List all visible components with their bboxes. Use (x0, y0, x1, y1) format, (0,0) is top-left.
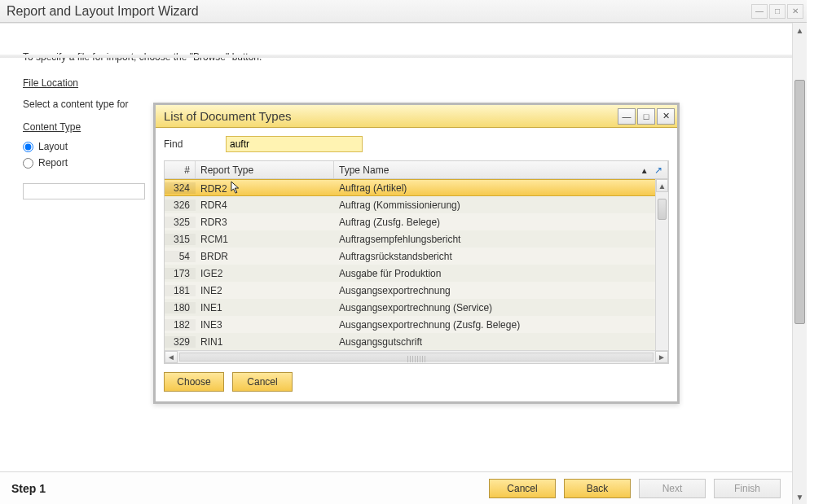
wizard-titlebar: Report and Layout Import Wizard — □ ✕ (0, 0, 807, 23)
scroll-up-icon[interactable]: ▲ (793, 23, 807, 37)
dialog-titlebar: List of Document Types — □ ✕ (156, 105, 677, 128)
cell-number: 181 (165, 285, 196, 296)
table-row[interactable]: 324RDR2Auftrag (Artikel) (165, 179, 668, 196)
wizard-footer: Step 1 Cancel Back Next Finish (0, 471, 792, 504)
scroll-thumb[interactable] (794, 80, 805, 324)
col-type-name-label: Type Name (339, 164, 389, 176)
cell-report-type: INE2 (196, 285, 334, 296)
minimize-button[interactable]: — (751, 4, 768, 19)
document-types-dialog: List of Document Types — □ ✕ Find # Repo… (153, 103, 680, 404)
select-content-label: Select a content type for (23, 99, 161, 110)
table-vertical-scrollbar[interactable]: ▲ ▼ (655, 179, 668, 363)
cell-number: 326 (165, 199, 196, 211)
table-scroll-left-icon[interactable]: ◄ (165, 351, 178, 363)
radio-layout-label: Layout (38, 141, 68, 152)
wizard-scrollbar[interactable]: ▲ ▼ (792, 23, 807, 504)
cell-report-type: IGE2 (196, 268, 334, 279)
cell-report-type: BRDR (196, 251, 334, 262)
truncated-input-strip (23, 183, 145, 199)
cell-number: 315 (165, 234, 196, 245)
table-row[interactable]: 181INE2Ausgangsexportrechnung (165, 282, 668, 299)
wizard-title: Report and Layout Import Wizard (7, 4, 750, 19)
grip-icon (407, 356, 425, 362)
table-row[interactable]: 180INE1Ausgangsexportrechnung (Service) (165, 299, 668, 316)
next-button[interactable]: Next (639, 479, 706, 498)
cancel-button[interactable]: Cancel (489, 479, 556, 498)
cell-type-name: Auftrag (Kommissionierung) (334, 199, 668, 211)
table-header: # Report Type Type Name ▲ ↗ (165, 161, 668, 179)
radio-report-label: Report (38, 157, 68, 169)
cell-report-type: RDR4 (196, 199, 334, 211)
col-report-type[interactable]: Report Type (196, 161, 334, 178)
dialog-actions: Choose Cancel (164, 372, 669, 392)
cell-type-name: Auftragsrückstandsbericht (334, 251, 668, 262)
dialog-title: List of Document Types (164, 109, 616, 123)
table-row[interactable]: 315RCM1Auftragsempfehlungsbericht (165, 230, 668, 248)
cell-type-name: Ausgangsexportrechnung (Service) (334, 302, 668, 313)
choose-button[interactable]: Choose (164, 372, 224, 392)
cell-report-type: RDR3 (196, 217, 334, 228)
table-hscroll-track[interactable] (179, 353, 654, 362)
cell-number: 180 (165, 302, 196, 313)
scroll-down-icon[interactable]: ▼ (793, 489, 807, 504)
cell-number: 329 (165, 336, 196, 348)
finish-button[interactable]: Finish (714, 479, 781, 498)
instruction-text: To specify a file for import, choose the… (23, 51, 790, 63)
table-body: 324RDR2Auftrag (Artikel)326RDR4Auftrag (… (165, 179, 668, 350)
document-types-table: # Report Type Type Name ▲ ↗ 324RDR2Auftr… (164, 160, 669, 364)
table-row[interactable]: 325RDR3Auftrag (Zusfg. Belege) (165, 213, 668, 230)
table-row[interactable]: 182INE3Ausgangsexportrechnung (Zusfg. Be… (165, 316, 668, 333)
dialog-body: Find # Report Type Type Name ▲ ↗ 324RDR2… (156, 128, 677, 401)
table-scroll-thumb[interactable] (658, 199, 667, 220)
cell-number: 325 (165, 217, 196, 228)
dialog-maximize-button[interactable]: □ (637, 108, 655, 125)
cell-type-name: Ausgabe für Produktion (334, 268, 668, 279)
find-label: Find (164, 138, 226, 150)
dialog-cancel-button[interactable]: Cancel (232, 372, 293, 392)
dialog-close-button[interactable]: ✕ (657, 108, 675, 125)
cell-report-type: RCM1 (196, 234, 334, 245)
find-row: Find (164, 136, 669, 152)
cell-type-name: Ausgangsexportrechnung (Zusfg. Belege) (334, 319, 668, 331)
cell-number: 54 (165, 251, 196, 262)
find-input[interactable] (226, 136, 363, 152)
table-row[interactable]: 173IGE2Ausgabe für Produktion (165, 265, 668, 282)
dialog-minimize-button[interactable]: — (618, 108, 636, 125)
col-number[interactable]: # (165, 161, 196, 178)
cell-type-name: Auftrag (Zusfg. Belege) (334, 217, 668, 228)
close-button[interactable]: ✕ (787, 4, 803, 19)
col-type-name[interactable]: Type Name ▲ ↗ (334, 161, 668, 178)
cell-type-name: Auftragsempfehlungsbericht (334, 234, 668, 245)
cell-report-type: INE1 (196, 302, 334, 313)
table-row[interactable]: 329RIN1Ausgangsgutschrift (165, 333, 668, 350)
step-label: Step 1 (11, 482, 46, 495)
cell-number: 173 (165, 268, 196, 279)
file-location-row: File Location (23, 77, 790, 89)
sort-asc-icon: ▲ (640, 166, 649, 175)
cell-type-name: Ausgangsexportrechnung (334, 285, 668, 296)
cell-report-type: RIN1 (196, 336, 334, 348)
cell-report-type: INE3 (196, 319, 334, 331)
file-location-label: File Location (23, 77, 161, 89)
table-scroll-right-icon[interactable]: ► (655, 351, 668, 363)
back-button[interactable]: Back (564, 479, 631, 498)
cell-type-name: Ausgangsgutschrift (334, 336, 668, 348)
cell-number: 324 (165, 182, 196, 194)
radio-layout-input[interactable] (23, 142, 33, 152)
cell-report-type: RDR2 (196, 181, 334, 195)
radio-report-input[interactable] (23, 158, 33, 169)
cell-number: 182 (165, 319, 196, 331)
table-row[interactable]: 326RDR4Auftrag (Kommissionierung) (165, 196, 668, 213)
table-row[interactable]: 54BRDRAuftragsrückstandsbericht (165, 248, 668, 265)
cell-type-name: Auftrag (Artikel) (334, 182, 668, 194)
open-external-icon[interactable]: ↗ (654, 164, 662, 176)
table-scroll-up-icon[interactable]: ▲ (656, 179, 668, 192)
maximize-button[interactable]: □ (769, 4, 786, 19)
table-horizontal-scrollbar[interactable]: ◄ ► (165, 350, 668, 363)
